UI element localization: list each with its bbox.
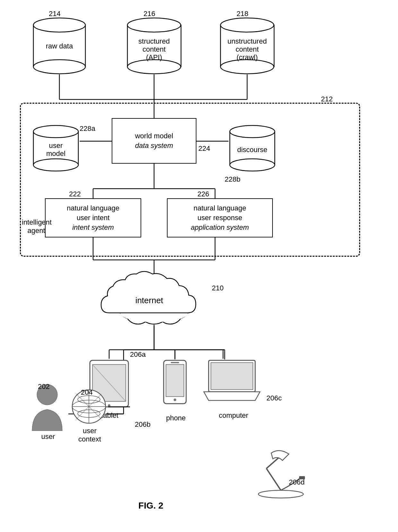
- cylinder-discourse: discourse: [229, 123, 276, 174]
- svg-text:(crawl): (crawl): [237, 53, 258, 61]
- computer-label: computer: [209, 411, 258, 420]
- ref-212: 212: [321, 95, 333, 103]
- svg-rect-75: [211, 363, 253, 390]
- user-label: user: [32, 433, 64, 441]
- svg-point-76: [258, 490, 303, 498]
- computer-icon: [202, 359, 262, 408]
- ref-206a: 206a: [130, 350, 146, 359]
- fig-caption: FIG. 2: [119, 501, 183, 511]
- response-label: natural languageuser responseapplication…: [191, 203, 249, 232]
- cylinder-unstructured-content: unstructured content (crawl): [219, 15, 275, 75]
- ref-228a: 228a: [80, 124, 95, 133]
- intent-label: natural languageuser intentintent system: [67, 203, 119, 232]
- ref-228b: 228b: [225, 175, 240, 184]
- ref-206b: 206b: [135, 420, 151, 429]
- ref-226: 226: [197, 190, 209, 198]
- diagram: 214 raw data 216 structured content (API…: [0, 0, 398, 532]
- svg-line-77: [266, 468, 281, 490]
- svg-point-47: [230, 159, 275, 171]
- cylinder-structured-content: structured content (API): [126, 15, 182, 75]
- svg-text:internet: internet: [135, 296, 163, 305]
- svg-point-29: [127, 18, 181, 32]
- ref-206d: 206d: [289, 478, 305, 486]
- svg-point-72: [174, 399, 176, 401]
- svg-rect-73: [171, 362, 179, 363]
- ref-210: 210: [212, 284, 224, 292]
- world-model-label: world modeldata system: [135, 131, 173, 150]
- svg-point-69: [108, 404, 110, 407]
- svg-point-30: [127, 60, 181, 74]
- svg-point-42: [33, 159, 78, 171]
- intelligent-agent-label: intelligentagent: [22, 218, 51, 235]
- svg-point-25: [33, 18, 85, 32]
- svg-point-46: [230, 125, 275, 138]
- cylinder-raw-data: raw data: [32, 15, 87, 75]
- svg-text:structured: structured: [138, 37, 170, 45]
- ref-222: 222: [69, 190, 81, 198]
- ref-204: 204: [81, 388, 93, 397]
- svg-point-26: [33, 60, 85, 74]
- intent-box: natural languageuser intentintent system: [45, 198, 141, 237]
- internet-cloud-final: internet: [90, 270, 218, 326]
- ref-224: 224: [198, 144, 210, 153]
- phone-label: phone: [160, 414, 192, 422]
- svg-text:content: content: [143, 45, 166, 53]
- svg-point-36: [221, 60, 274, 74]
- svg-text:content: content: [236, 45, 259, 53]
- svg-text:unstructured: unstructured: [228, 37, 267, 45]
- desk-lamp-icon: [250, 449, 311, 499]
- svg-point-35: [221, 18, 274, 32]
- svg-text:(API): (API): [146, 53, 162, 61]
- user-context-label: usercontext: [71, 427, 108, 443]
- svg-text:raw data: raw data: [46, 42, 73, 50]
- world-model-box: world modeldata system: [112, 118, 196, 164]
- internet-down-line: [0, 0, 398, 532]
- ref-202: 202: [38, 382, 50, 391]
- user-context-line: [0, 0, 398, 532]
- svg-text:user: user: [49, 142, 63, 150]
- connector-lines: [0, 0, 398, 532]
- svg-text:model: model: [46, 150, 65, 158]
- response-box: natural languageuser responseapplication…: [167, 198, 273, 237]
- svg-rect-71: [166, 365, 184, 397]
- phone-icon: [157, 359, 193, 412]
- svg-text:discourse: discourse: [237, 146, 267, 154]
- svg-point-41: [33, 125, 78, 138]
- cylinder-user-model: user model: [32, 123, 80, 174]
- ref-206c: 206c: [266, 394, 282, 402]
